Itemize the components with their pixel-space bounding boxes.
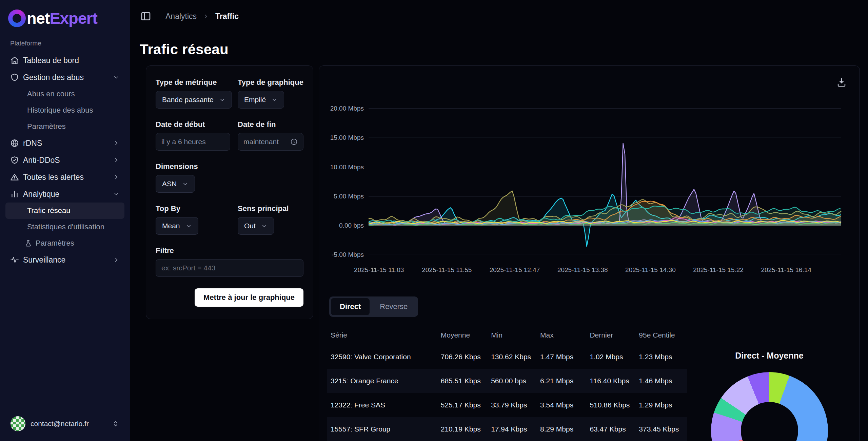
brand-name-primary: net	[27, 9, 50, 27]
sidebar-item-rdns[interactable]: rDNS	[5, 135, 124, 152]
sidebar-item-analytique[interactable]: Analytique	[5, 186, 124, 203]
user-menu[interactable]: contact@netario.fr	[6, 413, 124, 435]
chevron-right-icon	[203, 13, 209, 20]
sidebar-item-parametres-analytique[interactable]: Paramètres	[5, 235, 124, 251]
metric-type-select[interactable]: Bande passante	[156, 91, 232, 109]
top-by-label: Top By	[156, 204, 230, 213]
table-cell: 1.46 Mbps	[635, 369, 687, 393]
svg-text:20.00 Mbps: 20.00 Mbps	[330, 105, 364, 112]
sidebar: net Expert Plateforme Tableau de bord Ge…	[0, 0, 130, 441]
donut-chart	[711, 372, 828, 441]
svg-text:5.00 Mbps: 5.00 Mbps	[334, 193, 364, 200]
filter-input[interactable]: ex: srcPort = 443	[156, 259, 303, 277]
sidebar-section-label: Plateforme	[0, 30, 130, 52]
top-by-field: Top By Mean	[156, 204, 230, 235]
sidebar-item-trafic-reseau[interactable]: Trafic réseau	[5, 203, 124, 219]
graph-type-value: Empilé	[244, 96, 266, 104]
tab-direct[interactable]: Direct	[331, 298, 370, 315]
svg-text:2025-11-15 11:03: 2025-11-15 11:03	[354, 266, 404, 273]
table-cell: 1.02 Mbps	[586, 345, 635, 369]
svg-text:0.00 bps: 0.00 bps	[339, 222, 364, 229]
direction-select[interactable]: Out	[238, 217, 274, 235]
direction-field: Sens principal Out	[238, 204, 303, 235]
svg-text:-5.00 Mbps: -5.00 Mbps	[332, 251, 364, 258]
sidebar-item-gestion-des-abus[interactable]: Gestion des abus	[5, 69, 124, 86]
sidebar-item-surveillance[interactable]: Surveillance	[5, 251, 124, 268]
table-cell: 6.21 Mbps	[537, 369, 586, 393]
filter-placeholder: ex: srcPort = 443	[161, 264, 215, 272]
direction-value: Out	[244, 222, 256, 230]
chevrons-up-down-icon	[112, 420, 120, 428]
graph-type-select[interactable]: Empilé	[238, 91, 284, 109]
sidebar-item-historique-des-abus[interactable]: Historique des abus	[5, 102, 124, 118]
chevron-down-icon	[271, 97, 278, 103]
table-cell: 706.26 Kbps	[437, 345, 488, 369]
sidebar-item-anti-ddos[interactable]: Anti-DDoS	[5, 152, 124, 169]
sidebar-item-label: rDNS	[23, 139, 42, 148]
sidebar-item-label: Historique des abus	[27, 106, 93, 115]
table-cell: 15557: SFR Group	[327, 417, 437, 441]
chevron-down-icon	[182, 181, 189, 187]
table-row: 3215: Orange France685.51 Kbps560.00 bps…	[327, 369, 687, 393]
graph-type-label: Type de graphique	[238, 78, 303, 87]
sidebar-item-label: Paramètres	[27, 122, 66, 131]
table-row: 15557: SFR Group210.19 Kbps17.94 Kbps8.2…	[327, 417, 687, 441]
dimensions-select[interactable]: ASN	[156, 175, 195, 193]
sidebar-item-toutes-les-alertes[interactable]: Toutes les alertes	[5, 169, 124, 186]
sidebar-item-statistiques-utilisation[interactable]: Statistiques d'utilisation	[5, 219, 124, 235]
table-cell: 33.79 Kbps	[488, 393, 537, 417]
sidebar-item-tableau-de-bord[interactable]: Tableau de bord	[5, 52, 124, 69]
download-icon[interactable]	[836, 77, 847, 88]
breadcrumb: Analytics Traffic	[165, 12, 239, 21]
table-column-header: Série	[327, 326, 437, 345]
svg-text:2025-11-15 15:22: 2025-11-15 15:22	[693, 266, 744, 273]
svg-text:10.00 Mbps: 10.00 Mbps	[330, 164, 364, 171]
svg-text:2025-11-15 12:47: 2025-11-15 12:47	[490, 266, 540, 273]
chevron-down-icon	[113, 74, 120, 81]
table-column-header: Moyenne	[437, 326, 488, 345]
user-email: contact@netario.fr	[31, 420, 89, 428]
table-cell: 685.51 Kbps	[437, 369, 488, 393]
metric-type-label: Type de métrique	[156, 78, 230, 87]
sidebar-item-abus-en-cours[interactable]: Abus en cours	[5, 86, 124, 102]
chevron-down-icon	[113, 191, 120, 197]
sidebar-item-label: Gestion des abus	[23, 73, 84, 82]
sidebar-item-label: Abus en cours	[27, 90, 75, 98]
shield-alert-icon	[10, 73, 19, 82]
tab-reverse[interactable]: Reverse	[371, 298, 416, 315]
end-date-label: Date de fin	[238, 120, 303, 129]
svg-text:2025-11-15 11:55: 2025-11-15 11:55	[422, 266, 472, 273]
table-cell: 1.47 Mbps	[537, 345, 586, 369]
sidebar-item-label: Paramètres	[36, 239, 74, 248]
breadcrumb-parent[interactable]: Analytics	[165, 12, 197, 21]
start-date-label: Date de début	[156, 120, 230, 129]
dimensions-value: ASN	[162, 180, 177, 188]
table-cell: 32590: Valve Corporation	[327, 345, 437, 369]
filters-panel: Type de métrique Bande passante Type de …	[146, 65, 313, 319]
start-date-field: Date de début il y a 6 heures	[156, 120, 230, 151]
chevron-down-icon	[185, 223, 192, 229]
avatar	[10, 416, 26, 432]
table-column-header: Dernier	[586, 326, 635, 345]
clock-icon[interactable]	[290, 138, 298, 146]
flask-icon	[24, 239, 32, 247]
sidebar-item-parametres-abus[interactable]: Paramètres	[5, 118, 124, 135]
sidebar-toggle-icon[interactable]	[140, 11, 151, 22]
donut-section: Direct - Moyenne	[687, 351, 851, 441]
top-by-select[interactable]: Mean	[156, 217, 198, 235]
start-date-value: il y a 6 heures	[161, 138, 206, 146]
update-chart-button[interactable]: Mettre à jour le graphique	[195, 288, 303, 307]
table-cell: 8.29 Mbps	[537, 417, 586, 441]
metric-type-value: Bande passante	[162, 96, 214, 104]
top-by-value: Mean	[162, 222, 180, 230]
activity-icon	[10, 255, 19, 264]
end-date-input[interactable]: maintenant	[238, 133, 303, 151]
end-date-field: Date de fin maintenant	[238, 120, 303, 151]
chevron-down-icon	[261, 223, 268, 229]
chevron-down-icon	[219, 97, 225, 103]
start-date-input[interactable]: il y a 6 heures	[156, 133, 230, 151]
logo-ring-icon	[8, 9, 26, 27]
svg-text:2025-11-15 13:38: 2025-11-15 13:38	[557, 266, 608, 273]
table-cell: 560.00 bps	[488, 369, 537, 393]
dimensions-label: Dimensions	[156, 162, 303, 171]
